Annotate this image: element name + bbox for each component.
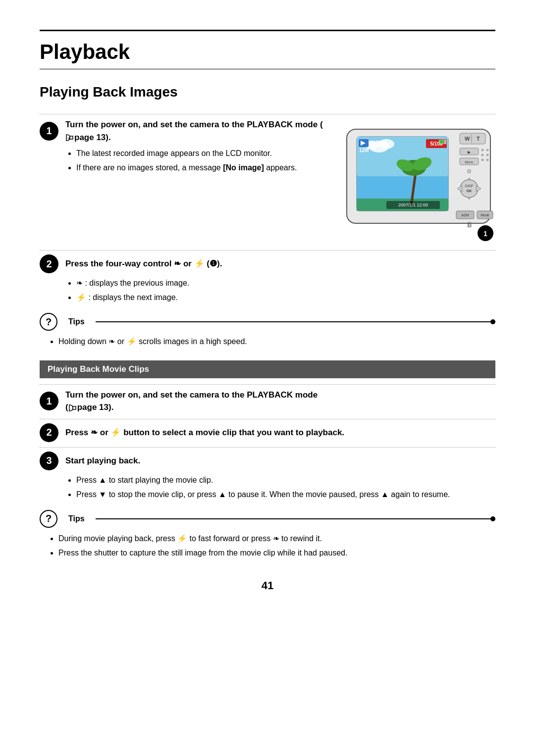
tips1-bullets: Holding down ❧ or ⚡ scrolls images in a … — [58, 335, 495, 348]
step2-block: 2 Press the four-way control ❧ or ⚡ (❶).… — [40, 250, 495, 304]
tips1-label: Tips — [63, 317, 90, 326]
step2-bullet1: ❧ : displays the previous image. — [76, 276, 495, 290]
tips1-bullet1: Holding down ❧ or ⚡ scrolls images in a … — [58, 335, 495, 348]
svg-point-33 — [486, 159, 489, 161]
step2-bullet2: ⚡ : displays the next image. — [76, 291, 495, 304]
movie-step3-bullet2: Press ▼ to stop the movie clip, or press… — [76, 488, 495, 501]
svg-point-11 — [378, 139, 394, 149]
step1-header: 1 Turn the power on, and set the camera … — [40, 114, 327, 144]
svg-point-36 — [468, 170, 471, 173]
movie-step1-header: 1 Turn the power on, and set the camera … — [40, 385, 495, 414]
movie-step3-content: Press ▲ to start playing the movie clip.… — [65, 473, 495, 501]
step1-bullet1: The latest recorded image appears on the… — [76, 147, 327, 160]
step2-instruction: Press the four-way control ❧ or ⚡ (❶). — [65, 257, 222, 270]
svg-text:OK: OK — [467, 189, 472, 193]
movie-step3-bullets: Press ▲ to start playing the movie clip.… — [76, 473, 495, 501]
svg-text:T: T — [477, 136, 480, 142]
step1-instruction: Turn the power on, and set the camera to… — [65, 118, 327, 144]
movie-step1-bold: Turn the power on, and set the camera to… — [65, 390, 318, 400]
section1-title: Playing Back Images — [40, 84, 495, 100]
svg-point-39 — [460, 180, 478, 198]
movie-step2-block: 2 Press ❧ or ⚡ button to select a movie … — [40, 419, 495, 442]
tips2-content: During movie playing back, press ⚡ to fa… — [48, 532, 495, 559]
svg-point-28 — [482, 149, 484, 151]
step2-circle: 2 — [40, 254, 58, 273]
step1-block: 1 Turn the power on, and set the camera … — [40, 114, 495, 245]
movie-step3-block: 3 Start playing back. Press ▲ to start p… — [40, 447, 495, 501]
svg-point-29 — [486, 149, 489, 151]
subsection-header: Playing Back Movie Clips — [40, 360, 495, 378]
svg-text:🗑: 🗑 — [466, 221, 473, 228]
step1-content: The latest recorded image appears on the… — [65, 147, 327, 174]
svg-text:Mode: Mode — [481, 213, 489, 217]
tips2-box: ? Tips — [40, 510, 495, 528]
tips2-question-icon: ? — [40, 510, 57, 528]
movie-step1-block: 1 Turn the power on, and set the camera … — [40, 384, 495, 414]
page-title: Playback — [40, 40, 495, 64]
title-section: Playback — [40, 30, 495, 69]
svg-point-32 — [482, 159, 484, 161]
tips2-bullet1: During movie playing back, press ⚡ to fa… — [58, 532, 495, 545]
page-container: Playback Playing Back Images 1 Turn the … — [0, 0, 535, 756]
tips1-box: ? Tips — [40, 313, 495, 331]
tips1-content: Holding down ❧ or ⚡ scrolls images in a … — [48, 335, 495, 348]
svg-text:DISP: DISP — [465, 184, 474, 188]
camera-svg: 5/100 2007/1/1 12:00 12M W — [342, 114, 495, 243]
movie-step3-instruction: Start playing back. — [65, 454, 140, 467]
svg-text:▶: ▶ — [468, 150, 471, 154]
movie-step3-bullet1: Press ▲ to start playing the movie clip. — [76, 473, 495, 487]
svg-text:Menu: Menu — [465, 160, 474, 164]
tips2-line — [96, 518, 495, 519]
movie-step3-circle: 3 — [40, 452, 58, 470]
svg-rect-21 — [439, 140, 444, 144]
tips2-bullets: During movie playing back, press ⚡ to fa… — [58, 532, 495, 559]
step1-bullet2: If there are no images stored, a message… — [76, 161, 327, 174]
svg-point-30 — [482, 154, 484, 156]
movie-step2-header: 2 Press ❧ or ⚡ button to select a movie … — [40, 419, 495, 442]
movie-step3-header: 3 Start playing back. — [40, 448, 495, 470]
step1-circle: 1 — [40, 122, 58, 141]
movie-step2-circle: 2 — [40, 423, 58, 442]
movie-step1-suffix: (page 13). — [65, 403, 113, 412]
step2-bullets: ❧ : displays the previous image. ⚡ : dis… — [76, 276, 495, 304]
svg-text:2007/1/1 12:00: 2007/1/1 12:00 — [398, 202, 428, 207]
svg-rect-22 — [460, 133, 485, 144]
tips1-question-icon: ? — [40, 313, 57, 331]
page-number: 41 — [40, 579, 495, 592]
movie-step1-instruction: Turn the power on, and set the camera to… — [65, 389, 318, 414]
svg-point-31 — [486, 154, 489, 156]
svg-text:1: 1 — [483, 230, 487, 238]
svg-text:W: W — [465, 136, 470, 142]
step2-header: 2 Press the four-way control ❧ or ⚡ (❶). — [40, 251, 495, 273]
svg-text:12M: 12M — [359, 148, 369, 153]
step1-text-area: 1 Turn the power on, and set the camera … — [40, 114, 327, 182]
svg-text:☞: ☞ — [67, 137, 70, 140]
svg-rect-5 — [357, 176, 448, 199]
camera-illustration: 5/100 2007/1/1 12:00 12M W — [342, 114, 495, 245]
tips1-line — [96, 321, 495, 322]
step1-bold: Turn the power on, and set the camera to… — [65, 120, 318, 129]
step2-content: ❧ : displays the previous image. ⚡ : dis… — [65, 276, 495, 304]
svg-text:ASM: ASM — [461, 213, 469, 217]
tips2-bullet2: Press the shutter to capture the still i… — [58, 546, 495, 559]
tips2-label: Tips — [63, 514, 90, 523]
movie-step1-circle: 1 — [40, 392, 58, 410]
movie-step2-instruction: Press ❧ or ⚡ button to select a movie cl… — [65, 426, 344, 439]
step1-bullets: The latest recorded image appears on the… — [76, 147, 327, 174]
